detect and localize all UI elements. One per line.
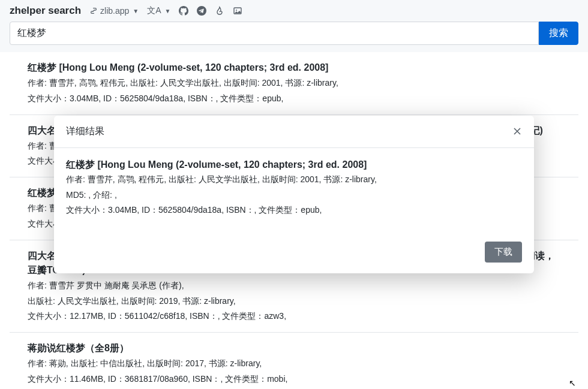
modal-meta: 文件大小：3.04MB, ID：5625804/9da18a, ISBN：, 文… xyxy=(66,203,522,218)
modal-meta: 作者: 曹雪芹, 高鹗, 程伟元, 出版社: 人民文学出版社, 出版时间: 20… xyxy=(66,173,522,187)
modal-overlay[interactable]: 详细结果 红楼梦 [Hong Lou Meng (2-volume-set, 1… xyxy=(0,0,588,389)
cursor-icon: ↖ xyxy=(569,378,576,388)
modal-heading: 详细结果 xyxy=(66,125,104,138)
modal-book-title: 红楼梦 [Hong Lou Meng (2-volume-set, 120 ch… xyxy=(66,159,522,171)
modal-header: 详细结果 xyxy=(54,116,534,148)
detail-modal: 详细结果 红楼梦 [Hong Lou Meng (2-volume-set, 1… xyxy=(54,116,534,273)
download-button[interactable]: 下载 xyxy=(485,242,522,263)
close-icon[interactable] xyxy=(512,126,522,136)
modal-body: 红楼梦 [Hong Lou Meng (2-volume-set, 120 ch… xyxy=(54,148,534,234)
modal-footer: 下载 xyxy=(54,234,534,273)
modal-meta: MD5: , 介绍: , xyxy=(66,188,522,203)
